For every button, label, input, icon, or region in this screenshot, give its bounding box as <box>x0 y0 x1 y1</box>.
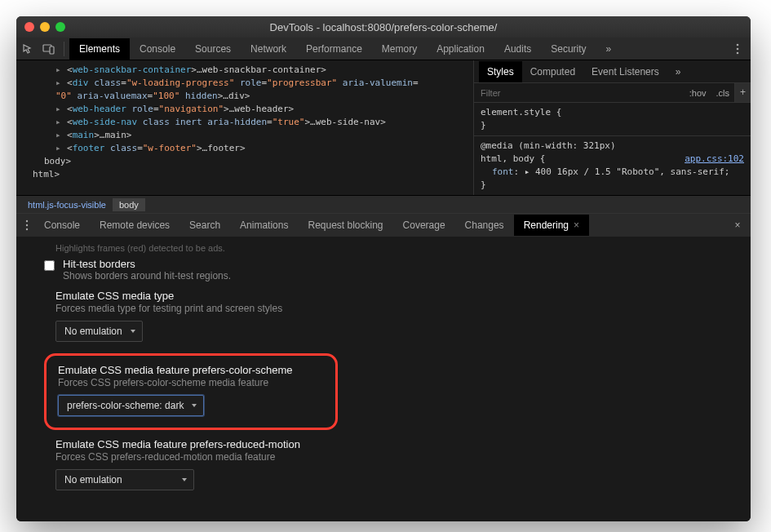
dom-line[interactable]: <footer class="w-footer">…footer> <box>33 142 470 155</box>
tab-network[interactable]: Network <box>241 38 296 60</box>
drawer-menu-icon[interactable] <box>20 219 34 231</box>
media-type-title: Emulate CSS media type <box>55 290 738 302</box>
prm-select[interactable]: No emulation <box>55 469 194 490</box>
more-tabs-icon[interactable]: » <box>596 38 622 60</box>
media-type-desc: Forces media type for testing print and … <box>55 303 738 314</box>
svg-point-7 <box>26 228 28 230</box>
source-link[interactable]: app.css:102 <box>685 153 744 166</box>
tab-sources[interactable]: Sources <box>185 38 241 60</box>
element-style-selector: element.style { <box>481 106 744 119</box>
svg-point-5 <box>26 220 28 222</box>
svg-point-6 <box>26 224 28 226</box>
crumb-body[interactable]: body <box>113 198 145 211</box>
hit-test-checkbox[interactable] <box>44 260 55 271</box>
breadcrumb-bar: html.js-focus-visible body <box>16 195 751 213</box>
main-panels: <web-snackbar-container>…web-snackbar-co… <box>16 60 751 195</box>
settings-kebab-icon[interactable] <box>731 42 744 55</box>
main-toolbar: Elements Console Sources Network Perform… <box>16 38 751 60</box>
svg-point-3 <box>737 47 739 50</box>
rendering-panel: Highlights frames (red) detected to be a… <box>16 237 751 521</box>
more-styles-tabs-icon[interactable]: » <box>667 61 689 82</box>
drawer-tab-changes[interactable]: Changes <box>455 215 514 236</box>
titlebar: DevTools - localhost:8080/prefers-color-… <box>16 16 751 38</box>
svg-point-2 <box>737 43 739 46</box>
crumb-html[interactable]: html.js-focus-visible <box>21 198 113 211</box>
maximize-window-button[interactable] <box>55 22 65 32</box>
drawer-tab-coverage[interactable]: Coverage <box>393 215 455 236</box>
dom-line[interactable]: <div class="w-loading-progress" role="pr… <box>33 77 470 90</box>
tab-styles[interactable]: Styles <box>479 61 522 82</box>
tab-performance[interactable]: Performance <box>296 38 372 60</box>
prm-title: Emulate CSS media feature prefers-reduce… <box>55 438 738 450</box>
hov-toggle[interactable]: :hov <box>685 86 711 100</box>
pcs-select[interactable]: prefers-color-scheme: dark <box>58 395 204 416</box>
drawer-tabs: Console Remote devices Search Animations… <box>16 214 751 237</box>
styles-filter-row: :hov .cls + <box>474 83 751 103</box>
drawer-tab-console[interactable]: Console <box>34 215 90 236</box>
tab-application[interactable]: Application <box>427 38 494 60</box>
divider <box>64 42 64 56</box>
styles-tabs: Styles Computed Event Listeners » <box>474 60 751 83</box>
styles-sidebar: Styles Computed Event Listeners » :hov .… <box>473 60 751 195</box>
dom-line[interactable]: html> <box>33 168 470 181</box>
media-query: @media (min-width: 321px) <box>481 140 744 153</box>
cls-toggle[interactable]: .cls <box>711 86 735 100</box>
inspect-icon[interactable] <box>21 42 34 55</box>
device-toggle-icon[interactable] <box>42 42 55 55</box>
tab-audits[interactable]: Audits <box>494 38 541 60</box>
svg-point-4 <box>737 51 739 54</box>
window-title: DevTools - localhost:8080/prefers-color-… <box>16 21 751 33</box>
svg-rect-1 <box>50 47 54 54</box>
minimize-window-button[interactable] <box>40 22 50 32</box>
close-window-button[interactable] <box>24 22 34 32</box>
new-rule-button[interactable]: + <box>734 83 751 102</box>
media-type-select[interactable]: No emulation <box>55 321 143 342</box>
font-property[interactable]: font: ▸ 400 16px / 1.5 "Roboto", sans-se… <box>481 166 744 179</box>
hit-test-desc: Shows borders around hit-test regions. <box>63 270 231 282</box>
rule-selector: html, body { <box>481 153 545 164</box>
prm-desc: Forces CSS prefers-reduced-motion media … <box>55 451 738 463</box>
brace-close: } <box>481 119 744 132</box>
emulate-media-type-section: Emulate CSS media type Forces media type… <box>29 290 738 342</box>
styles-rules[interactable]: element.style { } @media (min-width: 321… <box>474 103 751 195</box>
hit-test-title: Hit-test borders <box>63 258 231 270</box>
prefers-color-scheme-highlight: Emulate CSS media feature prefers-color-… <box>44 353 338 430</box>
tab-elements[interactable]: Elements <box>69 38 130 60</box>
dom-line[interactable]: <web-side-nav class inert aria-hidden="t… <box>33 116 470 129</box>
brace-close-2: } <box>481 179 744 192</box>
prefers-reduced-motion-section: Emulate CSS media feature prefers-reduce… <box>29 438 738 490</box>
pcs-desc: Forces CSS prefers-color-scheme media fe… <box>58 377 324 388</box>
drawer-tab-rendering[interactable]: Rendering× <box>514 215 589 236</box>
tab-console[interactable]: Console <box>130 38 185 60</box>
elements-dom-tree[interactable]: <web-snackbar-container>…web-snackbar-co… <box>16 60 473 195</box>
tab-computed[interactable]: Computed <box>522 61 583 82</box>
drawer-tab-request-blocking[interactable]: Request blocking <box>298 215 392 236</box>
dom-line[interactable]: <web-snackbar-container>…web-snackbar-co… <box>33 64 470 77</box>
window-controls <box>24 22 65 32</box>
main-tabs: Elements Console Sources Network Perform… <box>69 38 621 60</box>
drawer-tab-search[interactable]: Search <box>179 215 230 236</box>
dom-line[interactable]: body> <box>33 155 470 168</box>
dom-line[interactable]: <main>…main> <box>33 129 470 142</box>
truncated-desc: Highlights frames (red) detected to be a… <box>55 243 738 253</box>
styles-filter-input[interactable] <box>474 85 685 101</box>
close-tab-icon[interactable]: × <box>574 219 579 231</box>
tab-memory[interactable]: Memory <box>372 38 427 60</box>
dom-line[interactable]: "0" aria-valuemax="100" hidden>…div> <box>33 90 470 103</box>
devtools-window: DevTools - localhost:8080/prefers-color-… <box>16 16 751 521</box>
pcs-title: Emulate CSS media feature prefers-color-… <box>58 364 324 376</box>
drawer-tab-remote-devices[interactable]: Remote devices <box>90 215 179 236</box>
tab-security[interactable]: Security <box>541 38 596 60</box>
drawer-tab-animations[interactable]: Animations <box>230 215 298 236</box>
drawer: Console Remote devices Search Animations… <box>16 213 751 521</box>
drawer-close-icon[interactable]: × <box>728 219 747 231</box>
tab-event-listeners[interactable]: Event Listeners <box>583 61 667 82</box>
dom-line[interactable]: <web-header role="navigation">…web-heade… <box>33 103 470 116</box>
